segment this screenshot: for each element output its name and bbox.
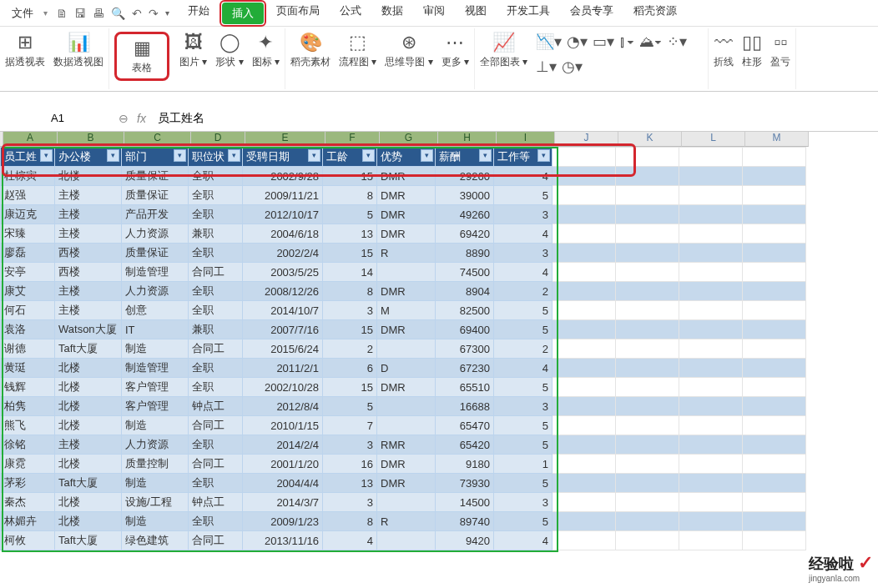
table-header-cell[interactable]: 员工姓▾ [1,148,55,167]
table-cell[interactable]: 2004/6/18 [243,224,323,244]
filter-dropdown-icon[interactable]: ▾ [479,149,492,162]
table-cell[interactable]: 主楼 [55,186,122,205]
column-header[interactable]: E [245,132,325,147]
table-cell[interactable]: 徐铭 [1,435,55,455]
table-cell[interactable]: 合同工 [189,263,243,282]
table-cell[interactable]: 15 [323,244,377,263]
empty-cell[interactable] [553,359,616,378]
empty-cell[interactable] [553,435,616,455]
table-cell[interactable]: 全职 [189,282,243,301]
empty-cell[interactable] [679,244,743,263]
filter-dropdown-icon[interactable]: ▾ [40,149,53,162]
table-cell[interactable]: 4 [494,263,553,282]
table-cell[interactable]: 2 [494,282,553,301]
table-cell[interactable]: 全职 [189,435,243,455]
column-header[interactable]: K [618,132,682,147]
empty-cell[interactable] [743,224,806,244]
table-cell[interactable]: 质量保证 [122,167,189,186]
empty-cell[interactable] [679,320,743,339]
tab-daoke-res[interactable]: 稻壳资源 [623,0,687,27]
column-header[interactable]: I [497,132,555,147]
empty-cell[interactable] [616,359,679,378]
table-cell[interactable] [377,263,436,282]
empty-cell[interactable] [743,186,806,205]
tab-home[interactable]: 开始 [178,0,220,27]
table-cell[interactable]: 秦杰 [1,493,55,512]
tab-review[interactable]: 审阅 [413,0,455,27]
table-cell[interactable]: 13 [323,224,377,244]
table-cell[interactable]: 康艾 [1,282,55,301]
filter-dropdown-icon[interactable]: ▾ [421,149,433,162]
table-cell[interactable]: 2011/2/1 [243,359,323,378]
table-cell[interactable]: 人力资源 [122,224,189,244]
table-cell[interactable]: 全职 [189,474,243,493]
empty-cell[interactable] [616,205,679,224]
empty-cell[interactable] [679,455,743,474]
table-header-cell[interactable]: 薪酬▾ [436,148,494,167]
table-cell[interactable]: 林媚卉 [1,512,55,531]
table-cell[interactable] [377,493,436,512]
daoke-button[interactable]: 🎨稻壳素材 [290,32,331,69]
table-cell[interactable]: 北楼 [55,167,122,186]
table-header-cell[interactable]: 工作等▾ [494,148,553,167]
sparkline-winloss-button[interactable]: ▫▫盈亏 [770,32,790,69]
table-cell[interactable]: 北楼 [55,493,122,512]
table-cell[interactable]: 2 [323,339,377,359]
empty-cell[interactable] [743,455,806,474]
empty-cell[interactable] [616,455,679,474]
pivot-chart-button[interactable]: 📊数据透视图 [53,32,103,69]
table-cell[interactable]: 主楼 [55,435,122,455]
table-cell[interactable]: 袁洛 [1,320,55,339]
column-header[interactable]: H [438,132,497,147]
table-cell[interactable]: 5 [494,301,553,320]
empty-cell[interactable] [553,320,616,339]
table-header-cell[interactable]: 部门▾ [122,148,189,167]
table-cell[interactable]: 65470 [436,416,494,435]
table-cell[interactable]: 人力资源 [122,435,189,455]
table-cell[interactable]: 4 [494,224,553,244]
empty-cell[interactable] [553,339,616,359]
empty-cell[interactable] [553,378,616,397]
sparkline-column-button[interactable]: ▯▯柱形 [742,32,762,69]
empty-cell[interactable] [679,397,743,416]
table-cell[interactable]: 7 [323,416,377,435]
table-cell[interactable]: 合同工 [189,339,243,359]
empty-cell[interactable] [743,282,806,301]
table-cell[interactable]: 2009/1/23 [243,512,323,531]
empty-cell[interactable] [679,301,743,320]
table-cell[interactable]: 赵强 [1,186,55,205]
table-cell[interactable]: 西楼 [55,263,122,282]
table-cell[interactable]: 5 [323,205,377,224]
table-cell[interactable]: 2002/10/28 [243,378,323,397]
column-header[interactable]: J [555,132,618,147]
table-cell[interactable]: 69400 [436,320,494,339]
empty-cell[interactable] [679,531,743,550]
table-cell[interactable]: 2010/1/15 [243,416,323,435]
table-cell[interactable]: 2014/2/4 [243,435,323,455]
table-cell[interactable]: 质量控制 [122,455,189,474]
table-header-cell[interactable]: 受聘日期▾ [243,148,323,167]
empty-cell[interactable] [553,148,616,167]
line-chart-icon[interactable]: 📉▾ [536,33,562,51]
table-cell[interactable]: 9420 [436,531,494,550]
table-cell[interactable]: DMR [377,378,436,397]
empty-cell[interactable] [616,416,679,435]
empty-cell[interactable] [616,224,679,244]
empty-cell[interactable] [679,224,743,244]
table-cell[interactable]: R [377,512,436,531]
empty-cell[interactable] [679,416,743,435]
table-cell[interactable]: 质量保证 [122,244,189,263]
mindmap-button[interactable]: ⊛思维导图 ▾ [385,32,432,69]
table-cell[interactable]: 5 [494,512,553,531]
table-cell[interactable]: 茅彩 [1,474,55,493]
empty-cell[interactable] [743,416,806,435]
table-cell[interactable]: 5 [494,474,553,493]
filter-dropdown-icon[interactable]: ▾ [107,149,119,162]
empty-cell[interactable] [679,205,743,224]
save-icon[interactable]: 🖫 [74,7,86,20]
table-cell[interactable]: DMR [377,224,436,244]
column-header[interactable]: L [682,132,745,147]
empty-cell[interactable] [616,301,679,320]
empty-cell[interactable] [743,512,806,531]
empty-cell[interactable] [743,531,806,550]
